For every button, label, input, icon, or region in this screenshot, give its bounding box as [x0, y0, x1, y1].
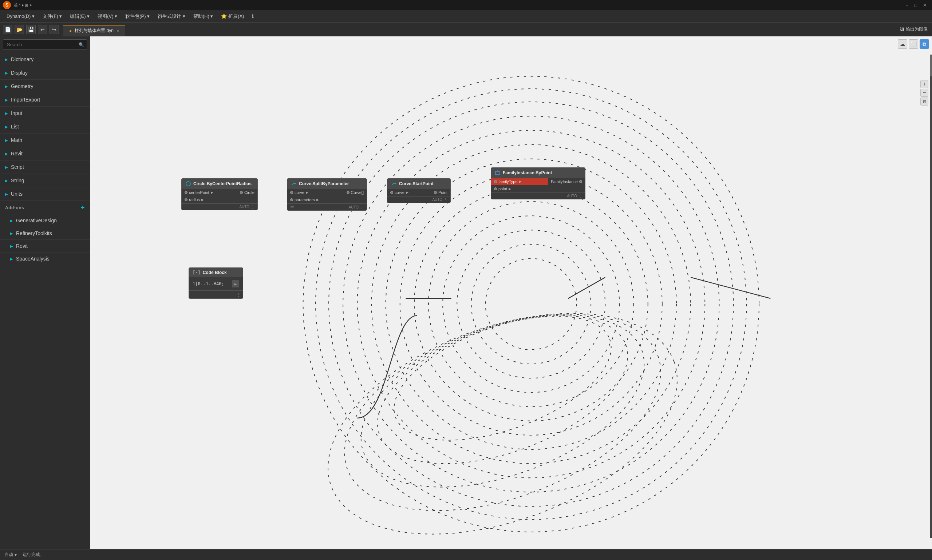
- sidebar-item-importexport[interactable]: ▶ ImportExport: [0, 93, 90, 107]
- sidebar-item-geometry[interactable]: ▶ Geometry: [0, 80, 90, 93]
- port-dot[interactable]: [434, 191, 437, 194]
- family-instance-node[interactable]: FamilyInstance.ByPoint familyType ▶ Fami…: [491, 168, 585, 199]
- zoom-in-button[interactable]: +: [920, 80, 928, 88]
- zoom-out-button[interactable]: −: [920, 89, 928, 97]
- port-out-label: Curve[]: [351, 190, 364, 195]
- family-node-title: FamilyInstance.ByPoint: [503, 170, 552, 175]
- active-tab[interactable]: ● 柱列与墙体布置.dyn ✕: [63, 25, 125, 36]
- code-output-button[interactable]: ▶: [232, 280, 239, 288]
- export-image-button[interactable]: 🖼 输出为图像: [900, 26, 927, 32]
- open-file-button[interactable]: 📂: [15, 25, 24, 34]
- svg-point-14: [378, 291, 627, 465]
- port-dot[interactable]: [240, 191, 243, 194]
- chevron-right-icon: ▶: [10, 244, 13, 248]
- menu-dynamo[interactable]: Dynamo(D) ▾: [3, 12, 38, 20]
- sidebar-item-label: Input: [11, 110, 22, 116]
- maximize-button[interactable]: □: [912, 3, 919, 8]
- curve-start-node-header: Curve.StartPoint: [387, 178, 450, 189]
- sidebar-item-revit-addon[interactable]: ▶ Revit: [0, 240, 90, 252]
- sidebar-item-spaceanalysis[interactable]: ▶ SpaceAnalysis: [0, 252, 90, 265]
- code-more-button[interactable]: ⋮: [236, 292, 241, 297]
- sidebar-item-generativedesign[interactable]: ▶ GenerativeDesign: [0, 214, 90, 227]
- layers-button[interactable]: ⧉: [920, 39, 929, 49]
- menu-info[interactable]: ℹ: [248, 12, 257, 20]
- new-file-button[interactable]: 📄: [3, 25, 12, 34]
- svg-rect-20: [496, 171, 500, 175]
- chevron-right-icon: ▶: [10, 257, 13, 261]
- port-out-point: Point: [434, 190, 447, 195]
- code-block-footer: ⋮: [189, 290, 243, 298]
- menu-generative[interactable]: 衍生式设计 ▾: [154, 12, 189, 21]
- cloud-view-button[interactable]: ☁: [898, 39, 907, 49]
- sidebar-item-script[interactable]: ▶ Script: [0, 160, 90, 174]
- port-dot[interactable]: [579, 180, 582, 183]
- code-block-node[interactable]: [·] Code Block 1|0..1..#40; ▶ ⋮: [189, 268, 243, 299]
- menu-extensions[interactable]: ⭐ 扩展(X): [217, 12, 248, 21]
- menu-file[interactable]: 文件(F) ▾: [39, 12, 66, 21]
- node-more-button[interactable]: ⋮: [579, 194, 582, 198]
- port-row-curve: curve ▶ Curve[]: [287, 189, 367, 196]
- port-label: curve: [394, 190, 405, 195]
- port-dot[interactable]: [290, 191, 293, 194]
- dropdown-arrow-icon: ▾: [15, 552, 17, 557]
- port-dot[interactable]: [290, 198, 293, 201]
- chevron-right-icon: ▶: [5, 165, 8, 169]
- sidebar-item-input[interactable]: ▶ Input: [0, 107, 90, 120]
- sidebar-item-label: Script: [11, 164, 24, 170]
- search-input[interactable]: [3, 39, 87, 50]
- port-label: point: [498, 187, 507, 191]
- sidebar-item-dictionary[interactable]: ▶ Dictionary: [0, 53, 90, 66]
- port-dot[interactable]: [185, 191, 188, 194]
- run-mode-dropdown[interactable]: 自动 ▾: [5, 552, 17, 558]
- minimize-button[interactable]: −: [904, 3, 911, 8]
- canvas[interactable]: ☁ ⬜ ⧉ + − ⊡: [90, 36, 932, 549]
- port-out-familyinstance: FamilyInstance: [548, 178, 585, 185]
- node-more-button[interactable]: ⋮: [444, 198, 447, 202]
- sidebar-item-math[interactable]: ▶ Math: [0, 134, 90, 147]
- port-dot[interactable]: [494, 180, 497, 183]
- node-more-button[interactable]: ⋮: [360, 205, 364, 209]
- menu-package[interactable]: 软件包(P) ▾: [122, 12, 153, 21]
- add-addon-button[interactable]: +: [81, 204, 85, 211]
- sidebar-item-label: Display: [11, 70, 28, 76]
- box-view-button[interactable]: ⬜: [909, 39, 918, 49]
- undo-button[interactable]: ↩: [38, 25, 47, 34]
- sidebar-item-units[interactable]: ▶ Units: [0, 188, 90, 201]
- redo-button[interactable]: ↪: [49, 25, 59, 34]
- code-text[interactable]: 1|0..1..#40;: [193, 281, 230, 286]
- sidebar-item-list[interactable]: ▶ List: [0, 120, 90, 134]
- circle-node[interactable]: Circle.ByCenterPointRadius centerPoint ▶…: [181, 178, 258, 210]
- port-dot[interactable]: [347, 191, 350, 194]
- tab-close-button[interactable]: ✕: [117, 29, 119, 33]
- tab-dot: ●: [69, 28, 72, 34]
- port-dot[interactable]: [494, 188, 497, 190]
- sidebar-item-revit[interactable]: ▶ Revit: [0, 147, 90, 160]
- titlebar-text: 英 * ♦ ⊞ ✦: [14, 3, 32, 8]
- port-out-curve-arr: Curve[]: [347, 190, 364, 195]
- port-dot[interactable]: [185, 198, 188, 201]
- sidebar-item-string[interactable]: ▶ String: [0, 174, 90, 188]
- curve-split-footer: 👁 AUTO ⋮: [287, 203, 367, 210]
- menu-view[interactable]: 视图(V) ▾: [94, 12, 121, 21]
- save-file-button[interactable]: 💾: [26, 25, 36, 34]
- curve-start-node[interactable]: Curve.StartPoint curve ▶ Point AUTO ⋮: [387, 178, 451, 203]
- close-button[interactable]: ✕: [921, 3, 929, 8]
- menu-edit[interactable]: 编辑(E) ▾: [66, 12, 93, 21]
- sidebar-item-display[interactable]: ▶ Display: [0, 66, 90, 80]
- canvas-view-controls: ☁ ⬜ ⧉: [898, 39, 929, 49]
- menu-help[interactable]: 帮助(H) ▾: [189, 12, 217, 21]
- sidebar-item-refinery[interactable]: ▶ RefineryToolkits: [0, 227, 90, 240]
- port-label: radius: [189, 198, 200, 202]
- sidebar-addon-label: GenerativeDesign: [16, 218, 57, 223]
- chevron-right-icon: ▶: [10, 231, 13, 235]
- curve-split-node[interactable]: Curve.SplitByParameter curve ▶ Curve[] p…: [287, 178, 367, 211]
- fit-view-button[interactable]: ⊡: [920, 97, 928, 106]
- curve-start-footer: AUTO ⋮: [387, 196, 450, 203]
- run-mode-label: 自动: [5, 552, 13, 558]
- sidebar-scroll[interactable]: ▶ Dictionary ▶ Display ▶ Geometry ▶ Impo…: [0, 53, 90, 549]
- port-label: familyType: [498, 179, 518, 184]
- svg-point-15: [358, 286, 647, 494]
- family-icon: [495, 170, 501, 176]
- port-dot[interactable]: [390, 191, 393, 194]
- node-more-button[interactable]: ⋮: [251, 205, 254, 209]
